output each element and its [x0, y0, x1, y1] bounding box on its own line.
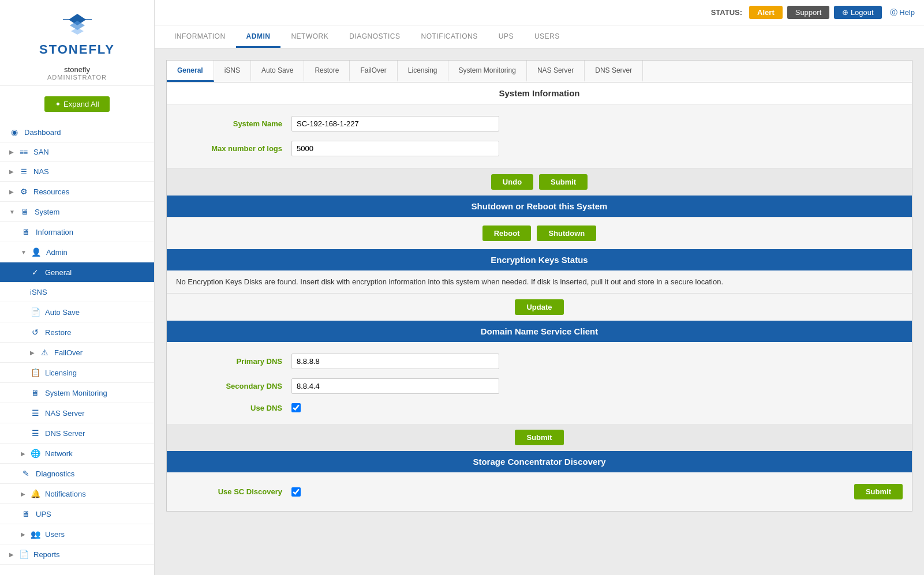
undo-button[interactable]: Undo: [491, 174, 533, 190]
sidebar-label-system-monitoring: System Monitoring: [45, 389, 107, 397]
nav-tabs: INFORMATION ADMIN NETWORK DIAGNOSTICS NO…: [155, 25, 924, 48]
sidebar-role: ADMINISTRATOR: [5, 74, 149, 81]
users-icon: 👥: [30, 529, 40, 539]
chevron-icon-nas: ▶: [9, 168, 14, 175]
submit-system-info-button[interactable]: Submit: [539, 174, 588, 190]
sidebar-item-users[interactable]: ▶ 👥 Users: [0, 524, 154, 544]
sidebar-label-san: SAN: [33, 148, 49, 156]
tab-network[interactable]: NETWORK: [280, 27, 339, 48]
sidebar: STONEFLY stonefly ADMINISTRATOR ✦ Expand…: [0, 0, 155, 575]
tab-information[interactable]: INFORMATION: [164, 27, 236, 48]
sidebar-item-general[interactable]: ✓ General: [0, 262, 154, 283]
shutdown-actions: Reboot Shutdown: [167, 217, 912, 249]
sub-tab-dns-server[interactable]: DNS Server: [585, 61, 643, 82]
sub-tab-autosave[interactable]: Auto Save: [251, 61, 304, 82]
dns-form: Primary DNS Secondary DNS Use DNS: [167, 342, 912, 424]
sidebar-item-system[interactable]: ▼ 🖥 System: [0, 202, 154, 222]
tab-ups[interactable]: UPS: [488, 27, 524, 48]
chevron-icon-users: ▶: [21, 531, 25, 538]
sub-tabs: General iSNS Auto Save Restore FailOver …: [167, 61, 912, 82]
sub-tab-failover[interactable]: FailOver: [350, 61, 397, 82]
secondary-dns-label: Secondary DNS: [176, 382, 291, 390]
chevron-icon-notifications: ▶: [21, 491, 25, 497]
sidebar-item-ups[interactable]: 🖥 UPS: [0, 504, 154, 524]
help-link[interactable]: ⓪ Help: [890, 7, 915, 18]
shutdown-section: Shutdown or Reboot this System Reboot Sh…: [167, 196, 912, 249]
status-label: STATUS:: [711, 8, 742, 17]
svg-marker-2: [71, 28, 84, 35]
use-sc-checkbox[interactable]: [291, 487, 301, 497]
logout-button[interactable]: ⊕ Logout: [834, 6, 881, 19]
sidebar-item-reports[interactable]: ▶ 📄 Reports: [0, 544, 154, 565]
secondary-dns-input[interactable]: [291, 378, 499, 394]
sub-tab-licensing[interactable]: Licensing: [398, 61, 448, 82]
sidebar-item-restore[interactable]: ↺ Restore: [0, 322, 154, 343]
primary-dns-row: Primary DNS: [176, 349, 903, 374]
sidebar-item-network[interactable]: ▶ 🌐 Network: [0, 444, 154, 464]
dns-submit-row: Submit: [167, 424, 912, 451]
sidebar-item-diagnostics[interactable]: ✎ Diagnostics: [0, 464, 154, 484]
system-name-input[interactable]: [291, 116, 499, 131]
primary-dns-label: Primary DNS: [176, 357, 291, 366]
sidebar-item-failover[interactable]: ▶ ⚠ FailOver: [0, 343, 154, 363]
alert-button[interactable]: Alert: [749, 6, 783, 19]
chevron-icon-system: ▼: [9, 209, 15, 215]
primary-dns-input[interactable]: [291, 354, 499, 369]
storage-form: Use SC Discovery Submit: [167, 472, 912, 511]
system-info-form: System Name Max number of logs: [167, 104, 912, 168]
sub-tab-restore[interactable]: Restore: [304, 61, 350, 82]
max-logs-input[interactable]: [291, 141, 499, 156]
shutdown-button[interactable]: Shutdown: [537, 226, 596, 241]
storage-section: Storage Concentrator Discovery Use SC Di…: [167, 451, 912, 511]
encryption-header: Encryption Keys Status: [167, 249, 912, 270]
tab-admin[interactable]: ADMIN: [236, 27, 281, 48]
sidebar-item-dns-server[interactable]: ☰ DNS Server: [0, 423, 154, 444]
sub-tab-nas-server[interactable]: NAS Server: [527, 61, 585, 82]
sidebar-item-san[interactable]: ▶ ≡≡ SAN: [0, 142, 154, 162]
encryption-section: Encryption Keys Status No Encryption Key…: [167, 249, 912, 321]
reboot-button[interactable]: Reboot: [482, 226, 532, 241]
admin-icon: 👤: [31, 247, 42, 257]
main-area: STATUS: Alert Support ⊕ Logout ⓪ Help IN…: [155, 0, 924, 575]
system-information-section: System Information System Name Max numbe…: [167, 82, 912, 196]
tab-notifications[interactable]: NOTIFICATIONS: [410, 27, 488, 48]
ups-icon: 🖥: [21, 509, 31, 518]
tab-diagnostics[interactable]: DIAGNOSTICS: [339, 27, 410, 48]
encryption-actions: Update: [167, 293, 912, 321]
sidebar-item-information[interactable]: 🖥 Information: [0, 222, 154, 242]
system-info-actions: Undo Submit: [167, 168, 912, 196]
system-name-row: System Name: [176, 111, 903, 136]
content-area: General iSNS Auto Save Restore FailOver …: [155, 48, 924, 575]
licensing-icon: 📋: [30, 368, 40, 377]
sidebar-item-nas-server[interactable]: ☰ NAS Server: [0, 403, 154, 423]
sub-tab-isns[interactable]: iSNS: [214, 61, 251, 82]
use-dns-checkbox[interactable]: [291, 403, 301, 412]
tab-users[interactable]: USERS: [524, 27, 570, 48]
sub-tab-general[interactable]: General: [167, 61, 214, 82]
sidebar-item-system-monitoring[interactable]: 🖥 System Monitoring: [0, 383, 154, 403]
storage-header: Storage Concentrator Discovery: [167, 451, 912, 472]
dns-server-icon: ☰: [30, 429, 40, 438]
sidebar-item-autosave[interactable]: 📄 Auto Save: [0, 302, 154, 322]
sidebar-item-licensing[interactable]: 📋 Licensing: [0, 363, 154, 383]
sidebar-item-dashboard[interactable]: ◉ Dashboard: [0, 122, 154, 142]
sidebar-item-resources[interactable]: ▶ ⚙ Resources: [0, 182, 154, 202]
sidebar-label-restore: Restore: [45, 328, 72, 337]
expand-all-button[interactable]: ✦ Expand All: [44, 96, 109, 112]
storage-submit-button[interactable]: Submit: [854, 484, 903, 499]
notifications-icon: 🔔: [30, 489, 40, 498]
support-button[interactable]: Support: [787, 6, 830, 19]
sidebar-label-admin: Admin: [46, 248, 68, 257]
max-logs-row: Max number of logs: [176, 136, 903, 161]
logo-area: STONEFLY: [0, 0, 154, 61]
sub-tab-system-monitoring[interactable]: System Monitoring: [448, 61, 527, 82]
dns-submit-button[interactable]: Submit: [515, 430, 563, 445]
update-button[interactable]: Update: [515, 299, 563, 315]
sidebar-item-nas[interactable]: ▶ ☰ NAS: [0, 162, 154, 182]
chevron-icon-network: ▶: [21, 450, 25, 457]
sidebar-username: stonefly: [5, 65, 149, 74]
use-sc-row: Use SC Discovery Submit: [176, 479, 903, 504]
sidebar-item-isns[interactable]: iSNS: [0, 283, 154, 302]
sidebar-item-notifications[interactable]: ▶ 🔔 Notifications: [0, 484, 154, 504]
sidebar-item-admin[interactable]: ▼ 👤 Admin: [0, 242, 154, 262]
